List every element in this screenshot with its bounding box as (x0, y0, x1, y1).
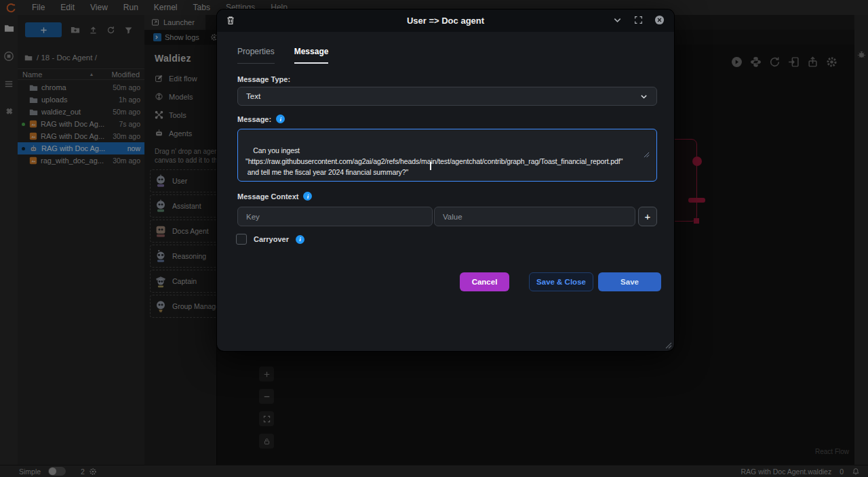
tab-properties[interactable]: Properties (237, 47, 275, 64)
dialog-tabs: Properties Message (237, 47, 328, 64)
message-textarea[interactable]: Can you ingest "https://raw.githubuserco… (237, 129, 657, 182)
carryover-checkbox[interactable] (236, 234, 247, 245)
save-and-close-button[interactable]: Save & Close (529, 272, 593, 291)
cancel-button[interactable]: Cancel (460, 272, 509, 291)
save-button[interactable]: Save (598, 272, 661, 291)
context-label-row: Message Context (237, 192, 312, 201)
message-type-select[interactable]: Text (237, 87, 657, 106)
add-context-button[interactable]: + (638, 207, 657, 226)
message-label-row: Message: (237, 115, 285, 123)
chevron-down-icon (639, 92, 648, 101)
context-key-input[interactable] (237, 207, 433, 226)
carryover-label: Carryover (254, 235, 289, 243)
close-icon[interactable] (654, 15, 665, 25)
dialog-header[interactable]: User => Doc agent (217, 9, 674, 32)
textarea-resize-grip[interactable] (644, 130, 655, 180)
info-icon[interactable] (303, 192, 312, 201)
info-icon[interactable] (296, 235, 304, 244)
tab-message[interactable]: Message (294, 47, 329, 64)
message-type-label: Message Type: (237, 75, 290, 83)
message-label: Message: (237, 115, 271, 123)
maximize-icon[interactable] (634, 16, 643, 24)
dialog-resize-grip[interactable] (665, 342, 672, 349)
text-caret (430, 162, 431, 170)
dialog-title: User => Doc agent (217, 16, 674, 26)
edge-message-dialog: User => Doc agent Properties Message Mes… (217, 9, 674, 351)
chevron-down-icon[interactable] (612, 15, 623, 25)
message-type-value: Text (246, 92, 260, 100)
context-value-input[interactable] (434, 207, 635, 226)
carryover-row: Carryover (236, 234, 304, 245)
info-icon[interactable] (276, 115, 285, 123)
message-context-label: Message Context (237, 192, 298, 201)
